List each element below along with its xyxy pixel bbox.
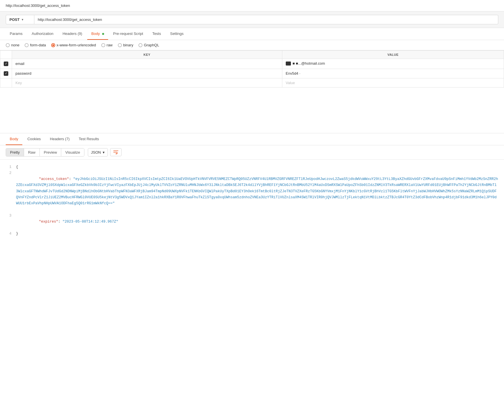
chevron-down-icon: ▾ <box>22 18 23 21</box>
line-number: 2 <box>6 170 11 213</box>
response-tab-cookies[interactable]: Cookies <box>23 133 45 145</box>
checkbox-password[interactable]: ✓ <box>4 71 8 76</box>
tab-params[interactable]: Params <box>6 28 27 40</box>
row-checkbox-password[interactable]: ✓ <box>0 69 12 78</box>
email-icon-box <box>286 62 291 66</box>
table-row: ✓ email ■ ■...@hotmail.com <box>0 59 504 69</box>
response-body: 1 { 2 "access_token": "eyJhbGciOiJSUzI1N… <box>0 160 504 242</box>
body-type-urlencoded[interactable]: x-www-form-urlencoded <box>51 43 96 47</box>
top-bar: http://localhost:3000/get_access_token <box>0 0 504 11</box>
tab-authorization[interactable]: Authorization <box>28 28 57 40</box>
body-type-formdata[interactable]: form-data <box>25 43 46 47</box>
method-select[interactable]: POST ▾ <box>6 15 34 24</box>
body-type-binary[interactable]: binary <box>118 43 133 47</box>
response-section: Body Cookies Headers (7) Test Results Pr… <box>0 133 504 242</box>
tab-settings[interactable]: Settings <box>166 28 188 40</box>
method-label: POST <box>9 17 19 22</box>
tab-prerequest[interactable]: Pre-request Script <box>109 28 147 40</box>
row-key-empty[interactable]: Key <box>12 78 282 87</box>
response-tab-body[interactable]: Body <box>6 133 22 145</box>
table-row: ✓ password Env5d4 · <box>0 69 504 78</box>
radio-formdata <box>25 43 29 47</box>
response-toolbar: Pretty Raw Preview Visualize JSON ▾ <box>0 145 504 160</box>
response-tabs: Body Cookies Headers (7) Test Results <box>0 133 504 145</box>
format-visualize-button[interactable]: Visualize <box>61 148 84 156</box>
response-tab-testresults[interactable]: Test Results <box>75 133 103 145</box>
row-value-password[interactable]: Env5d4 · <box>282 69 504 78</box>
checkbox-email[interactable]: ✓ <box>4 62 8 66</box>
json-access-token-line: "access_token": "eyJhbGciOiJSUzI1NiIsInR… <box>16 170 498 213</box>
format-button-group: Pretty Raw Preview Visualize <box>6 148 84 156</box>
line-number: 4 <box>6 231 11 237</box>
line-number: 3 <box>6 213 11 231</box>
format-pretty-button[interactable]: Pretty <box>6 148 24 156</box>
table-row-empty: Key Value <box>0 78 504 87</box>
table-header-key: KEY <box>12 51 282 59</box>
table-header-value: VALUE <box>282 51 504 59</box>
body-type-none[interactable]: none <box>6 43 19 47</box>
radio-binary <box>118 43 122 47</box>
page-url-title: http://localhost:3000/get_access_token <box>6 3 70 8</box>
json-format-select[interactable]: JSON ▾ <box>88 148 108 156</box>
format-raw-button[interactable]: Raw <box>24 148 40 156</box>
request-tabs: Params Authorization Headers (9) Body Pr… <box>0 28 504 40</box>
row-value-empty[interactable]: Value <box>282 78 504 87</box>
tab-headers[interactable]: Headers (9) <box>59 28 86 40</box>
params-table: KEY VALUE ✓ email ■ ■...@hotmail.com ✓ <box>0 50 504 88</box>
row-checkbox-email[interactable]: ✓ <box>0 59 12 69</box>
json-expires-line: "expires": "2023-05-08T14:12:49.967Z" <box>16 213 498 231</box>
format-preview-button[interactable]: Preview <box>40 148 61 156</box>
row-key-password[interactable]: password <box>12 69 282 78</box>
tab-body[interactable]: Body <box>87 28 108 40</box>
value-placeholder: Value <box>286 81 295 85</box>
url-input[interactable] <box>34 15 498 24</box>
json-open-brace: { <box>16 164 498 170</box>
chevron-down-icon: ▾ <box>103 150 105 154</box>
table-header-checkbox <box>0 51 12 59</box>
row-value-email[interactable]: ■ ■...@hotmail.com <box>282 59 504 69</box>
radio-raw <box>101 43 105 47</box>
email-value: ■ ■...@hotmail.com <box>286 61 325 66</box>
line-number: 1 <box>6 164 11 170</box>
tab-tests[interactable]: Tests <box>148 28 165 40</box>
body-active-dot <box>102 33 104 35</box>
body-type-graphql[interactable]: GraphQL <box>138 43 159 47</box>
json-line-3: 3 "expires": "2023-05-08T14:12:49.967Z" <box>6 213 498 231</box>
radio-urlencoded <box>51 43 55 47</box>
row-checkbox-empty <box>0 78 12 87</box>
response-tab-headers[interactable]: Headers (7) <box>46 133 74 145</box>
empty-body-space <box>0 88 504 133</box>
body-type-row: none form-data x-www-form-urlencoded raw… <box>0 40 504 50</box>
json-line-2: 2 "access_token": "eyJhbGciOiJSUzI1NiIsI… <box>6 170 498 213</box>
json-line-4: 4 } <box>6 231 498 237</box>
json-line-1: 1 { <box>6 164 498 170</box>
radio-graphql <box>138 43 142 47</box>
json-close-brace: } <box>16 231 498 237</box>
request-bar: POST ▾ <box>0 11 504 28</box>
row-key-email[interactable]: email <box>12 59 282 69</box>
wrap-button[interactable] <box>110 148 122 156</box>
body-type-raw[interactable]: raw <box>101 43 113 47</box>
radio-none <box>6 43 10 47</box>
key-placeholder: Key <box>15 81 22 85</box>
